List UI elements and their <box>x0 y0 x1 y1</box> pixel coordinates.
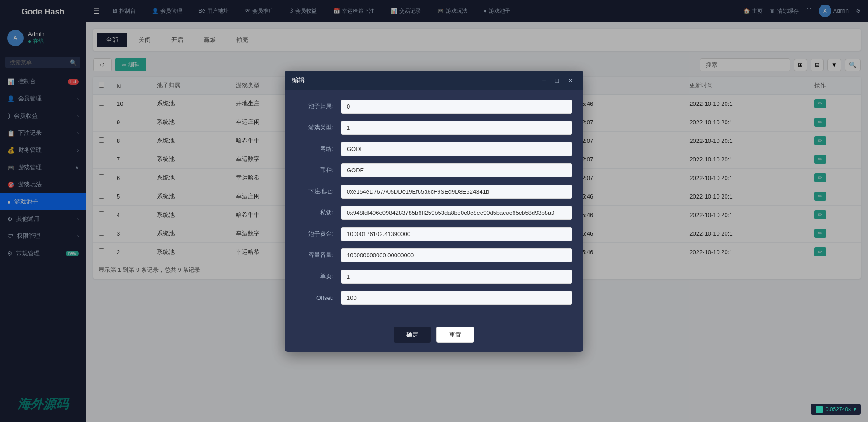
form-row-page: 单页: <box>296 270 572 284</box>
modal-overlay[interactable]: 编辑 − □ ✕ 池子归属: 游戏类型: 网络: 币种: 下注地址: 私钥: <box>0 0 868 422</box>
input-private_key[interactable] <box>341 206 572 220</box>
label-bet_address: 下注地址: <box>296 187 341 195</box>
modal-maximize-button[interactable]: □ <box>552 76 561 85</box>
speed-dropdown-icon[interactable]: ▾ <box>854 406 856 413</box>
speed-value: 0.052740s <box>826 406 851 413</box>
modal-minimize-button[interactable]: − <box>539 76 548 85</box>
form-row-currency: 币种: <box>296 163 572 177</box>
input-pool_owner[interactable] <box>341 100 572 114</box>
modal-footer: 确定 重置 <box>285 321 583 352</box>
label-capacity: 容量容量: <box>296 251 341 259</box>
input-network[interactable] <box>341 142 572 156</box>
modal-body: 池子归属: 游戏类型: 网络: 币种: 下注地址: 私钥: 池子资金: 容量容量… <box>285 90 583 321</box>
label-network: 网络: <box>296 145 341 153</box>
label-game_type: 游戏类型: <box>296 123 341 132</box>
speed-icon <box>816 406 823 413</box>
form-row-capacity: 容量容量: <box>296 248 572 262</box>
form-row-pool_owner: 池子归属: <box>296 100 572 114</box>
confirm-button[interactable]: 确定 <box>394 327 431 343</box>
modal-header-actions: − □ ✕ <box>539 76 576 85</box>
input-currency[interactable] <box>341 163 572 177</box>
input-bet_address[interactable] <box>341 185 572 199</box>
modal-close-button[interactable]: ✕ <box>565 76 576 85</box>
label-private_key: 私钥: <box>296 209 341 217</box>
label-offset: Offset: <box>296 294 341 301</box>
form-row-pool_funds: 池子资金: <box>296 227 572 241</box>
input-page[interactable] <box>341 270 572 284</box>
modal-header: 编辑 − □ ✕ <box>285 71 583 90</box>
form-row-game_type: 游戏类型: <box>296 121 572 135</box>
label-pool_funds: 池子资金: <box>296 230 341 238</box>
form-row-network: 网络: <box>296 142 572 156</box>
input-offset[interactable] <box>341 291 572 305</box>
form-row-offset: Offset: <box>296 291 572 305</box>
form-row-bet_address: 下注地址: <box>296 185 572 199</box>
label-pool_owner: 池子归属: <box>296 102 341 110</box>
input-pool_funds[interactable] <box>341 227 572 241</box>
reset-button[interactable]: 重置 <box>436 327 474 343</box>
input-game_type[interactable] <box>341 121 572 135</box>
speed-badge: 0.052740s ▾ <box>811 404 861 415</box>
modal-title: 编辑 <box>292 76 305 85</box>
edit-modal: 编辑 − □ ✕ 池子归属: 游戏类型: 网络: 币种: 下注地址: 私钥: <box>285 71 583 352</box>
label-page: 单页: <box>296 272 341 280</box>
form-row-private_key: 私钥: <box>296 206 572 220</box>
label-currency: 币种: <box>296 166 341 174</box>
input-capacity[interactable] <box>341 248 572 262</box>
